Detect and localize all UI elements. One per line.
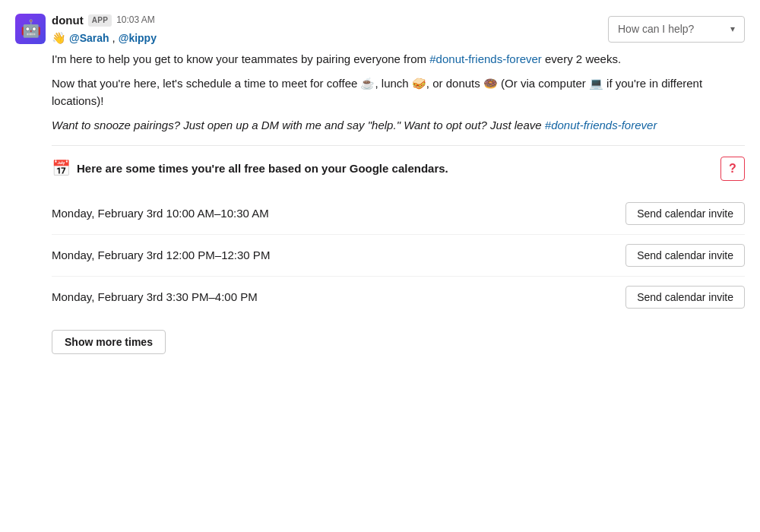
mention-separator: , — [112, 30, 116, 46]
message-container: 🤖 donut APP 10:03 AM 👋 @Sarah, @kippy Ho… — [0, 0, 760, 369]
send-invite-button-2[interactable]: Send calendar invite — [625, 244, 745, 267]
help-dropdown[interactable]: How can I help? ▾ — [608, 16, 745, 42]
header-left: 🤖 donut APP 10:03 AM 👋 @Sarah, @kippy — [15, 12, 157, 46]
paragraph-1-suffix: every 2 weeks. — [542, 52, 621, 65]
help-question-button[interactable]: ? — [720, 157, 745, 181]
show-more-times-button[interactable]: Show more times — [52, 330, 166, 354]
message-body: I'm here to help you get to know your te… — [52, 51, 745, 354]
italic-paragraph: Want to snooze pairings? Just open up a … — [52, 117, 745, 135]
calendar-header: 📅 Here are some times you're all free ba… — [52, 157, 745, 181]
mention-kippy[interactable]: @kippy — [119, 30, 157, 46]
italic-text: Want to snooze pairings? Just open up a … — [52, 119, 545, 131]
donut-friends-link-2[interactable]: #donut-friends-forever — [545, 119, 657, 131]
app-badge: APP — [88, 14, 112, 27]
chevron-down-icon: ▾ — [730, 23, 735, 36]
timestamp: 10:03 AM — [116, 14, 155, 27]
paragraph-1-prefix: I'm here to help you get to know your te… — [52, 52, 429, 65]
section-divider — [52, 145, 745, 146]
time-text-3: Monday, February 3rd 3:30 PM–4:00 PM — [52, 289, 258, 306]
username-line: donut APP 10:03 AM — [52, 12, 157, 29]
time-text-1: Monday, February 3rd 10:00 AM–10:30 AM — [52, 205, 269, 222]
send-invite-button-1[interactable]: Send calendar invite — [625, 202, 745, 225]
paragraph-2-text: Now that you're here, let's schedule a t… — [52, 77, 702, 107]
time-slot-2: Monday, February 3rd 12:00 PM–12:30 PM S… — [52, 235, 745, 277]
username: donut — [52, 12, 84, 29]
time-slot-3: Monday, February 3rd 3:30 PM–4:00 PM Sen… — [52, 277, 745, 318]
time-text-2: Monday, February 3rd 12:00 PM–12:30 PM — [52, 247, 270, 264]
send-invite-button-3[interactable]: Send calendar invite — [625, 286, 745, 309]
paragraph-1: I'm here to help you get to know your te… — [52, 51, 745, 68]
paragraph-2: Now that you're here, let's schedule a t… — [52, 75, 745, 109]
username-row: donut APP 10:03 AM 👋 @Sarah, @kippy — [52, 12, 157, 46]
message-header: 🤖 donut APP 10:03 AM 👋 @Sarah, @kippy Ho… — [15, 12, 745, 46]
help-dropdown-text: How can I help? — [618, 21, 694, 36]
avatar: 🤖 — [15, 14, 46, 44]
time-slot-1: Monday, February 3rd 10:00 AM–10:30 AM S… — [52, 193, 745, 235]
calendar-title: Here are some times you're all free base… — [77, 160, 448, 177]
donut-friends-link-1[interactable]: #donut-friends-forever — [429, 52, 542, 65]
mention-sarah[interactable]: @Sarah — [69, 30, 109, 46]
calendar-header-left: 📅 Here are some times you're all free ba… — [52, 157, 448, 179]
calendar-icon: 📅 — [52, 157, 71, 179]
wave-emoji: 👋 — [52, 30, 66, 46]
calendar-section: 📅 Here are some times you're all free ba… — [52, 157, 745, 354]
mention-row: 👋 @Sarah, @kippy — [52, 30, 157, 46]
